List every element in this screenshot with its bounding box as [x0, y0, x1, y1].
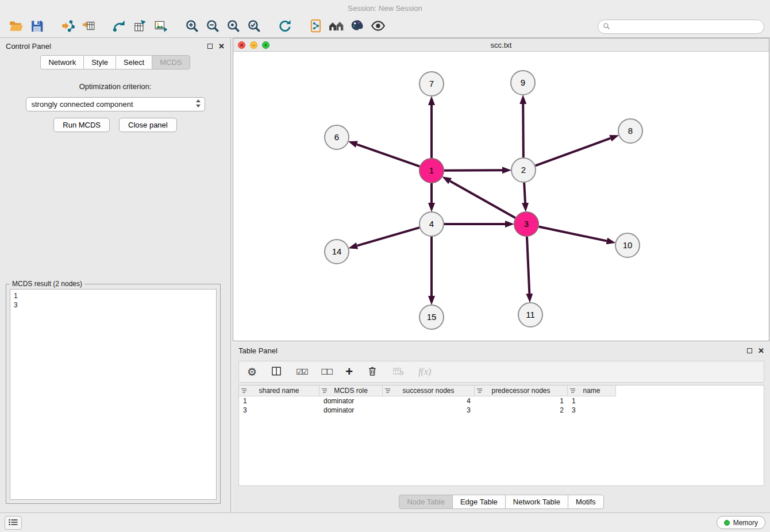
- node-11[interactable]: 11: [518, 303, 542, 327]
- window-title: Session: New Session: [348, 4, 422, 13]
- table-cell[interactable]: 1: [475, 397, 568, 405]
- select-all-button[interactable]: ☑☑: [296, 363, 307, 380]
- tab-node-table[interactable]: Node Table: [399, 495, 453, 509]
- column-header-shared-name[interactable]: shared name: [239, 385, 319, 396]
- new-network-button[interactable]: [109, 18, 130, 36]
- tab-mcds[interactable]: MCDS: [152, 55, 190, 70]
- mcds-result-text[interactable]: 1 3: [10, 289, 217, 500]
- add-column-button[interactable]: +: [345, 363, 353, 380]
- edge-2-9[interactable]: [523, 104, 523, 157]
- table-panel-title: Table Panel: [238, 346, 278, 355]
- column-header-name[interactable]: name: [568, 385, 616, 396]
- edge-1-2[interactable]: [444, 170, 502, 171]
- import-network-icon: [60, 18, 75, 35]
- save-session-button[interactable]: [26, 18, 47, 36]
- table-cell[interactable]: dominator: [319, 406, 383, 414]
- table-cell[interactable]: 4: [383, 397, 475, 405]
- edge-3-10[interactable]: [539, 227, 607, 241]
- import-table-button[interactable]: [78, 18, 99, 36]
- node-10[interactable]: 10: [615, 233, 640, 257]
- import-table-icon: [81, 18, 96, 35]
- node-14[interactable]: 14: [325, 240, 349, 264]
- edge-2-8[interactable]: [536, 138, 611, 166]
- float-table-panel-icon[interactable]: [747, 348, 752, 353]
- table-settings-button[interactable]: ⚙: [247, 363, 257, 380]
- node-label: 4: [429, 219, 434, 229]
- column-header-mcds-role[interactable]: MCDS role: [319, 385, 383, 396]
- search-input[interactable]: [613, 22, 759, 32]
- table-cell[interactable]: 2: [475, 406, 568, 414]
- delete-column-button[interactable]: [367, 363, 378, 380]
- criterion-dropdown[interactable]: strongly connected component: [26, 97, 205, 111]
- node-table: shared name MCDS role successor nodes pr…: [238, 385, 764, 486]
- tab-network-table[interactable]: Network Table: [505, 495, 568, 509]
- table-row[interactable]: 1dominator411: [239, 396, 764, 406]
- network-view-window: scc.txt ✕ − + 7968124314101511: [233, 38, 769, 341]
- node-label: 15: [427, 312, 437, 322]
- run-mcds-button[interactable]: Run MCDS: [53, 118, 110, 132]
- node-label: 3: [524, 219, 529, 229]
- node-4[interactable]: 4: [419, 212, 444, 236]
- table-cell[interactable]: 1: [568, 397, 616, 405]
- edge-2-3[interactable]: [524, 183, 525, 203]
- function-builder-button[interactable]: f(x): [418, 363, 431, 380]
- zoom-fit-button[interactable]: [223, 18, 244, 36]
- node-3[interactable]: 3: [514, 212, 538, 236]
- node-table-rows: 1dominator4113dominator323: [239, 396, 764, 415]
- table-cell[interactable]: 3: [568, 406, 616, 414]
- column-header-predecessor-nodes[interactable]: predecessor nodes: [475, 385, 568, 396]
- close-panel-button[interactable]: Close panel: [119, 118, 177, 132]
- table-cell[interactable]: dominator: [319, 397, 383, 405]
- zoom-out-button[interactable]: [202, 18, 223, 36]
- tab-network[interactable]: Network: [40, 55, 84, 70]
- table-cell[interactable]: 3: [383, 406, 475, 414]
- close-table-panel-icon[interactable]: ✕: [758, 347, 764, 354]
- apply-layout-button[interactable]: [275, 18, 295, 36]
- node-15[interactable]: 15: [419, 305, 444, 329]
- edge-1-6[interactable]: [357, 144, 419, 166]
- open-session-button[interactable]: [6, 18, 26, 36]
- table-row[interactable]: 3dominator323: [239, 406, 764, 415]
- network-analyzer-button[interactable]: [326, 18, 347, 36]
- import-network-button[interactable]: [57, 18, 78, 36]
- network-window-titlebar[interactable]: scc.txt ✕ − +: [233, 38, 769, 52]
- delete-table-button[interactable]: [392, 363, 405, 380]
- edge-3-1[interactable]: [450, 181, 515, 218]
- memory-button[interactable]: Memory: [717, 516, 765, 529]
- deselect-all-button[interactable]: ☐☐: [321, 363, 332, 380]
- table-tabs: Node Table Edge Table Network Table Moti…: [233, 495, 770, 509]
- task-list-icon: [9, 518, 18, 528]
- node-1[interactable]: 1: [419, 159, 444, 183]
- node-2[interactable]: 2: [511, 158, 536, 182]
- node-label: 6: [334, 132, 339, 142]
- node-6[interactable]: 6: [325, 125, 349, 149]
- task-history-button[interactable]: [5, 516, 22, 530]
- zoom-in-button[interactable]: [182, 18, 202, 36]
- annotation-button[interactable]: [306, 18, 326, 36]
- export-image-button[interactable]: [151, 18, 171, 36]
- network-canvas[interactable]: 7968124314101511: [233, 52, 769, 341]
- node-label: 11: [526, 310, 535, 319]
- table-cell[interactable]: 1: [239, 397, 319, 405]
- tab-select[interactable]: Select: [116, 55, 152, 70]
- node-7[interactable]: 7: [419, 72, 444, 96]
- close-panel-icon[interactable]: ✕: [218, 43, 225, 50]
- table-cell[interactable]: 3: [239, 406, 319, 414]
- show-columns-button[interactable]: [271, 363, 282, 380]
- edge-3-11[interactable]: [527, 237, 529, 294]
- memory-status-icon: [724, 520, 730, 526]
- show-hide-button[interactable]: [368, 18, 388, 36]
- edge-4-14[interactable]: [357, 228, 419, 246]
- node-9[interactable]: 9: [511, 71, 535, 95]
- tab-style[interactable]: Style: [83, 55, 116, 70]
- float-panel-icon[interactable]: [207, 44, 213, 49]
- column-header-successor-nodes[interactable]: successor nodes: [383, 385, 475, 396]
- style-preview-button[interactable]: [347, 18, 368, 36]
- tab-edge-table[interactable]: Edge Table: [452, 495, 506, 509]
- node-8[interactable]: 8: [618, 119, 642, 143]
- zoom-fit-icon: [226, 18, 241, 35]
- tab-motifs[interactable]: Motifs: [568, 495, 604, 509]
- zoom-selected-button[interactable]: [244, 18, 264, 36]
- new-table-button[interactable]: [130, 18, 151, 36]
- node-label: 9: [521, 78, 525, 87]
